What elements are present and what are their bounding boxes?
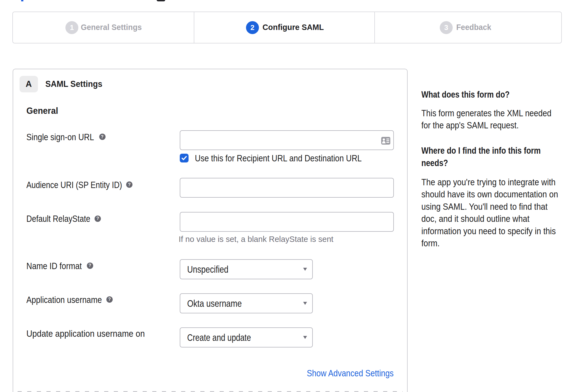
recipient-url-checkbox[interactable] xyxy=(180,154,189,162)
step-1-label[interactable]: General Settings xyxy=(81,22,146,32)
update-app-username-select[interactable]: Create and update xyxy=(180,327,313,347)
select-value: Okta username xyxy=(187,298,242,309)
stepper-divider xyxy=(374,12,375,43)
cropped-title-descender xyxy=(157,0,165,1)
section-a-badge: A xyxy=(20,76,38,92)
audience-uri-field xyxy=(180,178,394,198)
saml-settings-card: A SAML Settings General Single sign-on U… xyxy=(13,69,408,392)
relaystate-hint: If no value is set, a blank RelayState i… xyxy=(179,234,338,245)
step-3-badge[interactable]: 3 xyxy=(440,21,453,34)
help-icon[interactable]: ? xyxy=(106,296,113,303)
recipient-url-checkbox-row: Use this for Recipient URL and Destinati… xyxy=(180,153,394,164)
select-value: Unspecified xyxy=(187,264,228,275)
default-relaystate-input[interactable] xyxy=(180,212,394,232)
field-label-single-sign-on-url: Single sign-on URL xyxy=(26,131,107,142)
single-sign-on-url-field xyxy=(180,130,394,150)
help-paragraph-1: This form generates the XML needed for t… xyxy=(421,107,575,131)
caret-down-icon xyxy=(303,268,307,271)
default-relaystate-field xyxy=(180,212,394,232)
field-label-audience-uri: Audience URI (SP Entity ID) xyxy=(26,179,143,190)
caret-down-icon xyxy=(303,336,307,339)
checkbox-label: Use this for Recipient URL and Destinati… xyxy=(195,153,394,164)
help-heading-1: What does this form do? xyxy=(421,89,575,101)
step-2-label[interactable]: Configure SAML xyxy=(262,22,327,32)
field-label-application-username: Application username xyxy=(26,294,116,305)
help-paragraph-2: The app you're trying to integrate with … xyxy=(421,176,575,249)
step-2-badge[interactable]: 2 xyxy=(246,21,259,34)
field-label-update-app-username: Update application username on xyxy=(26,328,161,339)
contact-card-icon[interactable] xyxy=(381,137,390,145)
application-username-select[interactable]: Okta username xyxy=(180,293,313,313)
cropped-blue-fragment xyxy=(21,0,23,1)
checkmark-icon xyxy=(181,155,187,161)
help-icon[interactable]: ? xyxy=(95,216,101,222)
group-heading-general: General xyxy=(26,106,60,116)
name-id-format-select[interactable]: Unspecified xyxy=(180,259,313,279)
field-label-name-id-format: Name ID format xyxy=(26,260,92,271)
audience-uri-input[interactable] xyxy=(180,178,394,198)
help-heading-2: Where do I find the info this form needs… xyxy=(421,145,575,169)
caret-down-icon xyxy=(303,302,307,305)
wizard-stepper: 1 General Settings 2 Configure SAML 3 Fe… xyxy=(12,12,562,43)
step-3-label[interactable]: Feedback xyxy=(456,22,494,32)
section-title: SAML Settings xyxy=(45,79,105,89)
help-icon[interactable]: ? xyxy=(87,263,93,269)
step-1-badge[interactable]: 1 xyxy=(65,21,78,34)
single-sign-on-url-input[interactable] xyxy=(180,130,394,150)
show-advanced-settings-link[interactable]: Show Advanced Settings xyxy=(290,368,394,379)
field-label-default-relaystate: Default RelayState xyxy=(26,213,104,224)
select-value: Create and update xyxy=(187,332,251,343)
stepper-divider xyxy=(194,12,194,43)
help-icon[interactable]: ? xyxy=(99,134,106,140)
